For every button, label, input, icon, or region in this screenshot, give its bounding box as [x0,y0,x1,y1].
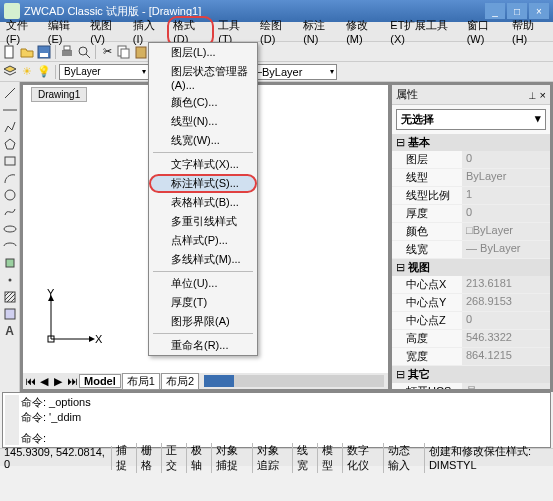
prop-row[interactable]: 颜色□ByLayer [392,223,550,241]
line-icon[interactable] [3,86,17,100]
menu-item[interactable]: 图层(L)... [149,43,257,62]
menu-8[interactable]: 修改(M) [342,16,386,47]
menu-0[interactable]: 文件(F) [2,16,44,47]
svg-rect-15 [6,259,14,267]
menu-item[interactable]: 颜色(C)... [149,93,257,112]
tab-model[interactable]: Model [79,374,121,388]
sun-icon[interactable]: ☀ [19,64,35,80]
menu-item[interactable]: 厚度(T) [149,293,257,312]
paste-icon[interactable] [133,44,149,60]
status-toggle[interactable]: 捕捉 [112,443,137,473]
menu-11[interactable]: 帮助(H) [508,16,551,47]
prop-row[interactable]: 高度546.3322 [392,330,550,348]
prop-row[interactable]: 线宽— ByLayer [392,241,550,259]
menu-7[interactable]: 标注(N) [299,16,342,47]
menu-item[interactable]: 图层状态管理器(A)... [149,62,257,93]
bulb-icon[interactable]: 💡 [36,64,52,80]
prop-row[interactable]: 线型ByLayer [392,169,550,187]
spline-icon[interactable] [3,205,17,219]
document-tab[interactable]: Drawing1 [31,87,87,102]
tab-prev-icon[interactable]: ◀ [37,375,51,388]
menu-1[interactable]: 编辑(E) [44,16,86,47]
format-menu: 图层(L)...图层状态管理器(A)...颜色(C)...线型(N)...线宽(… [148,42,258,356]
prop-row[interactable]: 线型比例1 [392,187,550,205]
status-toggle[interactable]: 极轴 [187,443,212,473]
menu-item[interactable]: 重命名(R)... [149,336,257,355]
hatch-icon[interactable] [3,290,17,304]
status-toggle[interactable]: 动态输入 [384,443,425,473]
prop-group[interactable]: 其它 [392,366,550,383]
prop-row[interactable]: 中心点Y268.9153 [392,294,550,312]
menu-item[interactable]: 多重引线样式 [149,212,257,231]
polygon-icon[interactable] [3,137,17,151]
tab-last-icon[interactable]: ⏭ [65,375,79,387]
block-icon[interactable] [3,256,17,270]
prop-row[interactable]: 宽度864.1215 [392,348,550,366]
status-toggle[interactable]: 线宽 [293,443,318,473]
prop-row[interactable]: 中心点X213.6181 [392,276,550,294]
circle-icon[interactable] [3,188,17,202]
tab-first-icon[interactable]: ⏮ [23,375,37,387]
arc-icon[interactable] [3,171,17,185]
cut-icon[interactable]: ✂ [99,44,115,60]
svg-point-5 [79,47,87,55]
prop-row[interactable]: 厚度0 [392,205,550,223]
preview-icon[interactable] [76,44,92,60]
open-icon[interactable] [19,44,35,60]
menu-item[interactable]: 点样式(P)... [149,231,257,250]
menu-item[interactable]: 多线样式(M)... [149,250,257,269]
menu-item[interactable]: 图形界限(A) [149,312,257,331]
menu-item[interactable]: 表格样式(B)... [149,193,257,212]
ellipse-arc-icon[interactable] [3,239,17,253]
hscroll[interactable] [204,375,384,387]
prop-row[interactable]: 中心点Z0 [392,312,550,330]
ellipse-icon[interactable] [3,222,17,236]
text-icon[interactable]: A [3,324,17,338]
tab-next-icon[interactable]: ▶ [51,375,65,388]
menu-item[interactable]: 标注样式(S)... [149,174,257,193]
ltype-dropdown[interactable]: — ByLayer [247,64,337,80]
save-icon[interactable] [36,44,52,60]
menu-item[interactable]: 线型(N)... [149,112,257,131]
prop-group[interactable]: 基本 [392,134,550,151]
status-hint: 创建和修改保住样式: DIMSTYL [425,444,553,471]
command-line[interactable]: 命令: _options 命令: '_ddim 命令: [2,392,551,448]
menu-9[interactable]: ET扩展工具(X) [386,16,462,47]
status-toggle[interactable]: 数字化仪 [343,443,384,473]
region-icon[interactable] [3,307,17,321]
rect-icon[interactable] [3,154,17,168]
tab-layout1[interactable]: 布局1 [122,373,160,390]
point-icon[interactable] [3,273,17,287]
laystate-icon [151,71,167,85]
new-icon[interactable] [2,44,18,60]
copy-icon[interactable] [116,44,132,60]
status-toggle[interactable]: 模型 [318,443,343,473]
svg-point-16 [8,279,11,282]
status-toggle[interactable]: 栅格 [137,443,162,473]
menu-item[interactable]: 单位(U)... [149,274,257,293]
layer-dropdown[interactable]: ByLayer [59,64,149,80]
svg-rect-3 [62,50,72,56]
menu-6[interactable]: 绘图(D) [256,16,299,47]
prop-row[interactable]: 打开UCS图标是 [392,383,550,389]
print-icon[interactable] [59,44,75,60]
xline-icon[interactable] [3,103,17,117]
props-selection[interactable]: 无选择 [396,109,546,130]
menu-10[interactable]: 窗口(W) [463,16,508,47]
panel-close-icon[interactable]: × [540,89,546,101]
prop-row[interactable]: 图层0 [392,151,550,169]
menu-item[interactable]: 文字样式(X)... [149,155,257,174]
tab-layout2[interactable]: 布局2 [161,373,199,390]
svg-rect-8 [121,49,129,58]
prop-group[interactable]: 视图 [392,259,550,276]
status-toggle[interactable]: 对象捕捉 [212,443,253,473]
status-toggle[interactable]: 正交 [162,443,187,473]
pline-icon[interactable] [3,120,17,134]
svg-text:Y: Y [47,289,55,299]
status-toggle[interactable]: 对象追踪 [253,443,294,473]
pin-icon[interactable]: ⟂ [529,89,536,101]
menu-2[interactable]: 视图(V) [86,16,128,47]
svg-text:X: X [95,333,103,345]
layer-tool-icon[interactable] [2,64,18,80]
menu-item[interactable]: 线宽(W)... [149,131,257,150]
